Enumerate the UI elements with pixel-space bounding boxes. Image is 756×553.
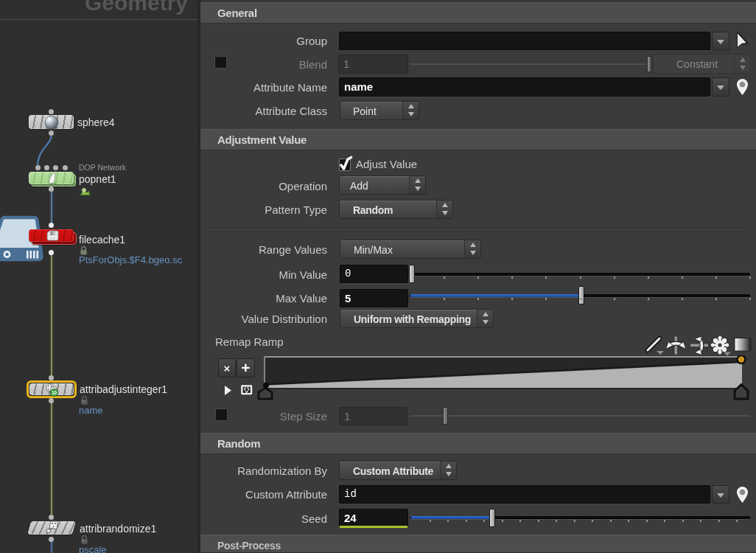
svg-text:10: 10: [52, 390, 57, 395]
